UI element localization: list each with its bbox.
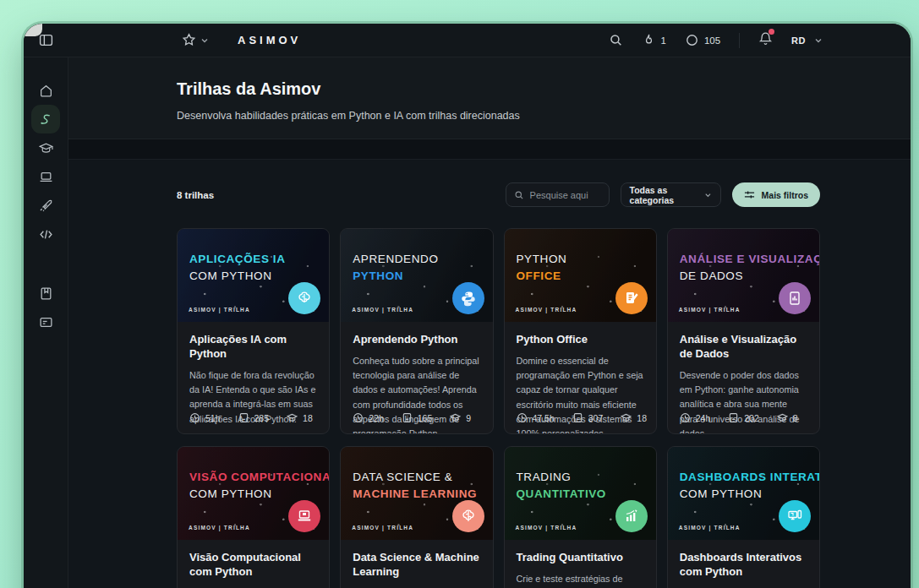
hours-meta: 22h (353, 412, 384, 423)
clock-icon (353, 412, 364, 423)
lessons-meta: 307 (572, 412, 604, 423)
trail-banner: DATA SCIENCE & MACHINE LEARNING ASIMOV |… (341, 447, 492, 540)
search-icon (514, 190, 524, 200)
graduation-cap-icon (621, 412, 632, 423)
banner-line2: PYTHON (353, 268, 438, 285)
banner-line1: APRENDENDO (353, 251, 438, 268)
trail-card[interactable]: PYTHON OFFICE ASIMOV | TRILHA Python Off… (504, 228, 657, 434)
more-filters-button[interactable]: Mais filtros (732, 182, 820, 207)
trails-grid: APLICAÇÕES IA COM PYTHON ASIMOV | TRILHA… (177, 228, 820, 588)
coin-icon (685, 33, 699, 47)
banner-badge: ASIMOV | TRILHA (679, 525, 741, 531)
trail-title: Trading Quantitativo (517, 551, 644, 565)
trail-title: Aplicações IA com Python (189, 333, 317, 362)
laptop-image-icon (288, 500, 320, 532)
banner-badge: ASIMOV | TRILHA (516, 525, 577, 531)
book-icon (39, 286, 53, 301)
trail-description: Desvende o poder dos dados em Python: ga… (680, 368, 807, 434)
notification-badge (769, 29, 774, 35)
trail-card[interactable]: ANÁLISE E VISUALIZAÇÃO DE DADOS ASIMOV |… (667, 228, 820, 434)
trail-banner: ANÁLISE E VISUALIZAÇÃO DE DADOS ASIMOV |… (668, 229, 819, 322)
banner-line1: ANÁLISE E VISUALIZAÇÃO (680, 251, 819, 268)
category-select[interactable]: Todas as categorias (621, 182, 721, 207)
rocket-icon (39, 199, 53, 213)
banner-line1: TRADING (517, 469, 606, 486)
flame-icon (642, 33, 656, 47)
streak-count: 1 (661, 35, 666, 46)
sidebar-item-library[interactable] (31, 279, 60, 308)
trail-card[interactable]: DASHBOARDS INTERATIVOS COM PYTHON ASIMOV… (667, 446, 820, 588)
trail-card[interactable]: APLICAÇÕES IA COM PYTHON ASIMOV | TRILHA… (177, 228, 330, 434)
sidebar-item-code[interactable] (31, 220, 60, 248)
rank-selector[interactable] (182, 33, 209, 47)
graduation-cap-icon (777, 412, 788, 423)
sidebar-item-home[interactable] (31, 76, 60, 105)
banner-badge: ASIMOV | TRILHA (352, 307, 413, 313)
hours-meta: 47.5h (517, 412, 555, 423)
trail-title: Aprendendo Python (353, 333, 480, 347)
brain-icon (452, 500, 484, 532)
trail-card[interactable]: VISÃO COMPUTACIONAL COM PYTHON ASIMOV | … (177, 446, 330, 588)
sidebar-item-trails[interactable] (31, 105, 60, 133)
topbar: ASIMOV 1 105 (24, 24, 911, 57)
topbar-divider (739, 33, 740, 48)
streak-counter[interactable]: 1 (642, 33, 666, 47)
lessons-meta: 202 (728, 412, 759, 423)
hours-meta: 51h (189, 412, 221, 423)
chevron-down-icon (704, 191, 712, 199)
brand-logo[interactable]: ASIMOV (238, 34, 301, 46)
banner-line1: DASHBOARDS INTERATIVOS (680, 469, 819, 486)
lessons-icon (572, 412, 583, 423)
laptop-icon (39, 170, 53, 184)
lessons-meta: 285 (238, 412, 270, 423)
trail-description: Crie e teste estratégias de investimento… (517, 572, 644, 588)
search-input[interactable] (530, 190, 601, 200)
chevron-down-icon (814, 36, 823, 45)
rank-star-icon (182, 33, 196, 47)
user-menu[interactable]: RD (791, 35, 823, 46)
certificate-icon (39, 315, 53, 329)
main-content: Trilhas da Asimov Desenvolva habilidades… (68, 57, 911, 588)
brain-circuit-icon (288, 282, 320, 314)
banner-line2: MACHINE LEARNING (353, 486, 477, 503)
trail-card[interactable]: TRADING QUANTITATIVO ASIMOV | TRILHA Tra… (504, 446, 657, 588)
sidebar-item-certificates[interactable] (31, 308, 60, 336)
avatar: RD (791, 35, 806, 46)
sidebar-item-launch[interactable] (31, 191, 60, 220)
trail-card[interactable]: DATA SCIENCE & MACHINE LEARNING ASIMOV |… (340, 446, 493, 588)
banner-line2: COM PYTHON (189, 268, 286, 285)
trail-banner: APLICAÇÕES IA COM PYTHON ASIMOV | TRILHA (178, 229, 329, 322)
coins-counter[interactable]: 105 (685, 33, 720, 47)
clock-icon (680, 412, 691, 423)
sidebar (24, 57, 68, 588)
trail-title: Análise e Visualização de Dados (680, 333, 807, 362)
sidebar-toggle-icon[interactable] (39, 33, 53, 47)
banner-badge: ASIMOV | TRILHA (189, 525, 250, 531)
courses-meta: 8 (777, 412, 798, 423)
tablet-chart-icon (779, 282, 811, 314)
document-pencil-icon (615, 282, 648, 314)
notifications-button[interactable] (758, 31, 773, 49)
banner-line1: DATA SCIENCE & (353, 469, 477, 486)
trail-meta: 47.5h 307 18 (517, 412, 648, 423)
trail-card[interactable]: APRENDENDO PYTHON ASIMOV | TRILHA Aprend… (340, 228, 493, 434)
sidebar-item-academy[interactable] (31, 133, 60, 162)
banner-line1: APLICAÇÕES IA (189, 251, 286, 268)
trail-meta: 51h 285 18 (189, 412, 313, 423)
header-strip (68, 139, 911, 160)
banner-badge: ASIMOV | TRILHA (189, 307, 250, 313)
more-filters-label: Mais filtros (762, 190, 808, 200)
clock-icon (189, 412, 200, 423)
trail-meta: 24h 202 8 (680, 412, 798, 423)
graduation-cap-icon (287, 412, 298, 423)
lessons-icon (402, 412, 413, 423)
banner-badge: ASIMOV | TRILHA (679, 307, 741, 313)
app-window: ASIMOV 1 105 (24, 24, 911, 588)
trail-banner: VISÃO COMPUTACIONAL COM PYTHON ASIMOV | … (178, 447, 329, 540)
search-icon[interactable] (609, 33, 623, 47)
trail-banner: PYTHON OFFICE ASIMOV | TRILHA (505, 229, 656, 322)
sidebar-item-computer[interactable] (31, 162, 60, 191)
page-subtitle: Desenvolva habilidades práticas em Pytho… (177, 110, 820, 122)
lessons-icon (728, 412, 739, 423)
home-icon (39, 84, 53, 98)
